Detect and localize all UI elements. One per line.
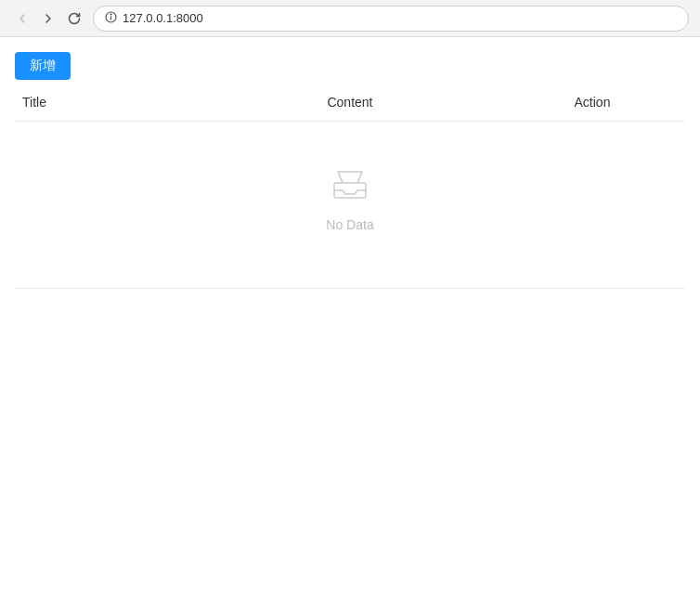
column-header-action: Action: [499, 95, 685, 110]
security-icon: [105, 11, 117, 26]
svg-point-2: [110, 14, 111, 15]
empty-text: No Data: [326, 217, 373, 232]
reload-button[interactable]: [63, 7, 85, 30]
empty-inbox-icon: [327, 159, 373, 208]
add-button[interactable]: 新增: [15, 52, 71, 80]
column-header-title: Title: [15, 95, 201, 110]
back-button[interactable]: [11, 7, 33, 30]
url-display: 127.0.0.1:8000: [123, 11, 203, 25]
forward-button[interactable]: [37, 7, 59, 30]
address-bar[interactable]: 127.0.0.1:8000: [93, 6, 689, 32]
table-footer: [15, 288, 685, 300]
empty-state: No Data: [15, 122, 685, 269]
table-header: Title Content Action: [15, 95, 685, 122]
browser-chrome: 127.0.0.1:8000: [0, 0, 700, 37]
table-container: Title Content Action No Data: [15, 95, 685, 300]
nav-buttons: [11, 7, 85, 30]
page-content: 新增 Title Content Action No Data: [0, 37, 700, 315]
column-header-content: Content: [201, 95, 499, 110]
